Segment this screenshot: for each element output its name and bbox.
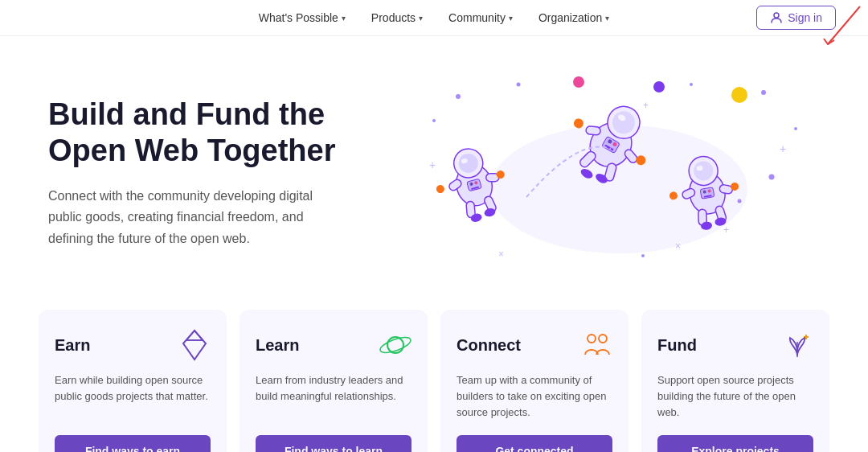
hero-section: Build and Fund the Open Web Together Con… <box>0 36 868 302</box>
hero-illustration: + + + × × + <box>386 68 820 277</box>
astronaut-scene-svg: + + + × × + <box>394 72 812 273</box>
nav-item-products[interactable]: Products <box>371 11 423 24</box>
fund-card-header: Fund <box>657 329 813 361</box>
svg-point-13 <box>731 87 747 103</box>
earn-card-title: Earn <box>55 336 90 355</box>
planet-icon <box>379 329 411 361</box>
navbar: What's Possible Products Community Organ… <box>0 0 868 36</box>
learn-card-title: Learn <box>256 336 299 355</box>
svg-point-11 <box>690 83 693 86</box>
connect-card-header: Connect <box>457 329 612 361</box>
fund-card: Fund Support open source projects buildi… <box>641 310 829 452</box>
svg-point-7 <box>794 127 797 130</box>
connect-button[interactable]: Get connected <box>457 435 612 452</box>
svg-point-0 <box>774 13 779 18</box>
svg-point-14 <box>653 81 665 92</box>
svg-rect-46 <box>586 126 601 136</box>
hero-text: Build and Fund the Open Web Together Con… <box>48 97 386 249</box>
plant-icon <box>781 329 813 361</box>
cards-section: Earn Earn while building open source pub… <box>0 310 868 452</box>
svg-text:+: + <box>643 100 649 111</box>
user-icon <box>770 11 783 24</box>
svg-point-6 <box>761 90 766 95</box>
svg-point-8 <box>738 199 742 203</box>
svg-point-4 <box>456 94 461 99</box>
svg-text:+: + <box>780 142 786 155</box>
nav-link-organization[interactable]: Organization <box>538 11 609 24</box>
svg-text:×: × <box>675 240 681 252</box>
earn-card-description: Earn while building open source public g… <box>55 372 211 421</box>
connect-card: Connect Team up with a community of buil… <box>440 310 628 452</box>
nav-link-whats-possible[interactable]: What's Possible <box>259 11 346 24</box>
fund-button[interactable]: Explore projects <box>657 435 813 452</box>
nav-item-whats-possible[interactable]: What's Possible <box>259 11 346 24</box>
hero-subtitle: Connect with the community developing di… <box>48 186 338 249</box>
svg-point-76 <box>599 335 607 343</box>
svg-point-9 <box>769 175 775 180</box>
learn-card-description: Learn from industry leaders and build me… <box>256 372 411 421</box>
svg-point-12 <box>641 254 645 257</box>
svg-point-5 <box>517 83 521 87</box>
svg-point-32 <box>436 184 445 194</box>
nav-item-organization[interactable]: Organization <box>538 11 609 24</box>
connect-card-description: Team up with a community of builders to … <box>457 372 612 421</box>
svg-marker-70 <box>183 331 206 360</box>
fund-card-title: Fund <box>657 336 697 355</box>
nav-link-products[interactable]: Products <box>371 11 423 24</box>
svg-point-3 <box>432 119 436 122</box>
svg-text:×: × <box>498 249 504 260</box>
svg-text:+: + <box>429 158 436 171</box>
svg-marker-71 <box>186 331 203 340</box>
hero-title: Build and Fund the Open Web Together <box>48 97 386 170</box>
learn-button[interactable]: Find ways to learn <box>256 435 411 452</box>
svg-point-75 <box>588 335 596 343</box>
sign-in-label: Sign in <box>788 11 822 24</box>
fund-card-description: Support open source projects building th… <box>657 372 813 421</box>
earn-card-header: Earn <box>55 329 211 361</box>
sign-in-button[interactable]: Sign in <box>756 6 836 30</box>
connect-card-title: Connect <box>457 336 521 355</box>
diamond-icon <box>178 329 211 361</box>
people-icon <box>580 329 612 361</box>
learn-card-header: Learn <box>256 329 411 361</box>
learn-card: Learn Learn from industry leaders and bu… <box>240 310 428 452</box>
svg-text:+: + <box>723 224 729 236</box>
earn-card: Earn Earn while building open source pub… <box>39 310 227 452</box>
svg-rect-66 <box>700 187 714 199</box>
earn-button[interactable]: Find ways to earn <box>55 435 211 452</box>
nav-item-community[interactable]: Community <box>448 11 513 24</box>
svg-point-15 <box>573 76 584 88</box>
nav-links: What's Possible Products Community Organ… <box>259 11 610 24</box>
nav-link-community[interactable]: Community <box>448 11 513 24</box>
